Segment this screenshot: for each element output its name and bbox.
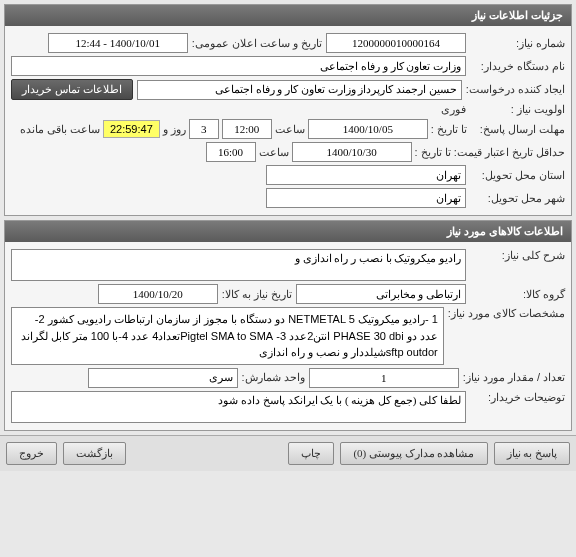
unit-field[interactable] xyxy=(88,368,238,388)
announce-field[interactable] xyxy=(48,33,188,53)
deadline-date-field[interactable] xyxy=(308,119,428,139)
remain-label: ساعت باقی مانده xyxy=(20,123,100,136)
min-valid-date-field[interactable] xyxy=(292,142,412,162)
group-date-label: تاریخ نیاز به کالا: xyxy=(222,288,292,301)
need-no-label: شماره نیاز: xyxy=(470,37,565,50)
buyer-field[interactable] xyxy=(11,56,466,76)
reply-button[interactable]: پاسخ به نیاز xyxy=(494,442,571,465)
goods-info-panel: اطلاعات کالاهای مورد نیاز شرح کلی نیاز: … xyxy=(4,220,572,431)
creator-field[interactable] xyxy=(137,80,462,100)
qty-field[interactable] xyxy=(309,368,459,388)
need-no-field[interactable] xyxy=(326,33,466,53)
days-remain-field[interactable] xyxy=(189,119,219,139)
print-button[interactable]: چاپ xyxy=(288,442,334,465)
contact-buyer-button[interactable]: اطلاعات تماس خریدار xyxy=(11,79,133,100)
panel1-title: جزئیات اطلاعات نیاز xyxy=(5,5,571,26)
attachments-button[interactable]: مشاهده مدارک پیوستی (0) xyxy=(340,442,487,465)
province-label: استان محل تحویل: xyxy=(470,169,565,182)
bottom-toolbar: پاسخ به نیاز مشاهده مدارک پیوستی (0) چاپ… xyxy=(0,435,576,471)
min-valid-time-field[interactable] xyxy=(206,142,256,162)
days-and-label: روز و xyxy=(163,123,186,136)
time-label-2: ساعت xyxy=(259,146,289,159)
qty-label: تعداد / مقدار مورد نیاز: xyxy=(463,371,565,384)
group-label: گروه کالا: xyxy=(470,288,565,301)
general-desc-label: شرح کلی نیاز: xyxy=(470,249,565,262)
general-desc-field[interactable] xyxy=(11,249,466,281)
exit-button[interactable]: خروج xyxy=(6,442,57,465)
to-date-label-2: تا تاریخ : xyxy=(415,146,451,159)
group-field[interactable] xyxy=(296,284,466,304)
unit-label: واحد شمارش: xyxy=(242,371,305,384)
city-field[interactable] xyxy=(266,188,466,208)
time-label-1: ساعت xyxy=(275,123,305,136)
need-details-panel: جزئیات اطلاعات نیاز شماره نیاز: تاریخ و … xyxy=(4,4,572,216)
buyer-note-field[interactable] xyxy=(11,391,466,423)
spec-label: مشخصات کالای مورد نیاز: xyxy=(448,307,565,320)
creator-label: ایجاد کننده درخواست: xyxy=(466,83,565,96)
panel2-title: اطلاعات کالاهای مورد نیاز xyxy=(5,221,571,242)
spec-field[interactable]: 1 -رادیو میکروتیک NETMETAL 5 دو دستگاه ب… xyxy=(11,307,444,365)
back-button[interactable]: بازگشت xyxy=(63,442,126,465)
deadline-time-field[interactable] xyxy=(222,119,272,139)
buyer-note-label: توضیحات خریدار: xyxy=(470,391,565,404)
priority-label: اولویت نیاز : xyxy=(470,103,565,116)
priority-value: فوری xyxy=(441,103,466,116)
province-field[interactable] xyxy=(266,165,466,185)
announce-label: تاریخ و ساعت اعلان عمومی: xyxy=(192,37,322,50)
buyer-label: نام دستگاه خریدار: xyxy=(470,60,565,73)
deadline-label: مهلت ارسال پاسخ: xyxy=(470,123,565,136)
min-valid-label: حداقل تاریخ اعتبار قیمت: xyxy=(454,146,565,159)
city-label: شهر محل تحویل: xyxy=(470,192,565,205)
countdown-timer: 22:59:47 xyxy=(103,120,160,138)
group-date-field[interactable] xyxy=(98,284,218,304)
to-date-label: تا تاریخ : xyxy=(431,123,467,136)
